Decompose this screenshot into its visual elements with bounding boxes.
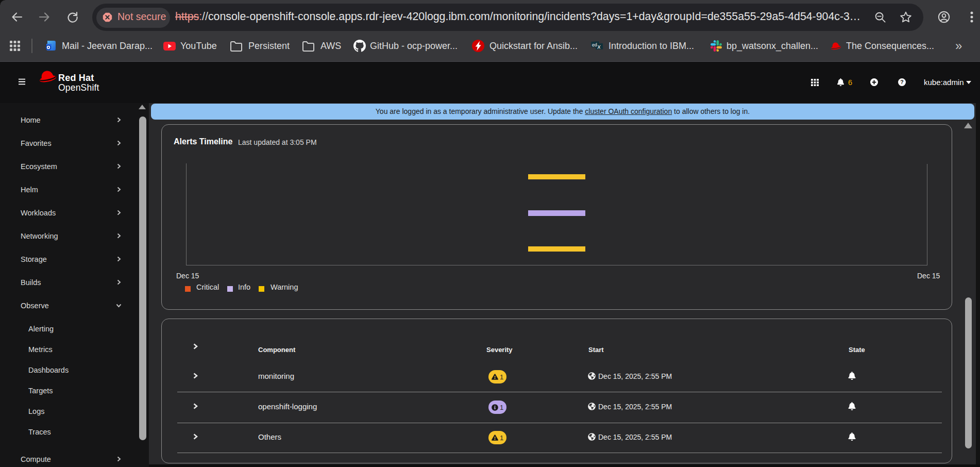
svg-text:?: ? xyxy=(900,79,903,85)
svg-text:ed: ed xyxy=(592,42,598,48)
